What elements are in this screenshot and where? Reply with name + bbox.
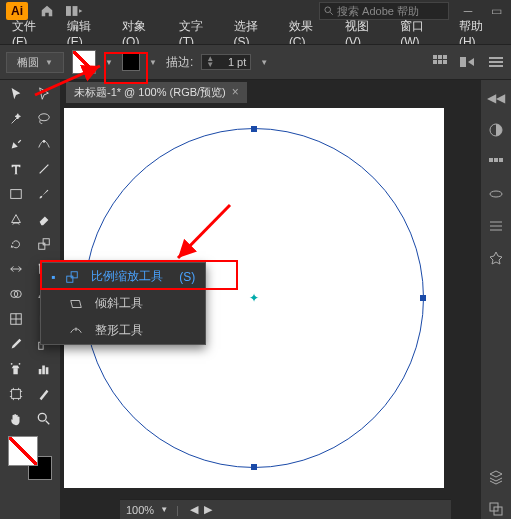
swatches-panel-icon[interactable] bbox=[486, 152, 506, 172]
svg-point-29 bbox=[18, 363, 20, 365]
svg-rect-7 bbox=[438, 60, 442, 64]
svg-rect-6 bbox=[433, 60, 437, 64]
prefs-icon[interactable] bbox=[487, 53, 505, 71]
zoom-tool[interactable] bbox=[30, 407, 57, 431]
paintbrush-tool[interactable] bbox=[30, 182, 57, 206]
svg-rect-15 bbox=[10, 190, 21, 199]
svg-rect-43 bbox=[71, 271, 77, 277]
selection-tool[interactable] bbox=[2, 82, 29, 106]
svg-point-39 bbox=[490, 191, 502, 197]
direct-selection-tool[interactable] bbox=[30, 82, 57, 106]
flyout-scale-tool[interactable]: ▪ 比例缩放工具 (S) bbox=[41, 263, 205, 290]
anchor-top[interactable] bbox=[251, 126, 257, 132]
chevron-down-icon[interactable]: ▼ bbox=[160, 505, 168, 514]
svg-rect-5 bbox=[443, 55, 447, 59]
align-icon[interactable] bbox=[431, 53, 449, 71]
svg-rect-36 bbox=[489, 158, 493, 162]
stroke-swatch[interactable] bbox=[122, 53, 140, 71]
svg-rect-42 bbox=[67, 276, 73, 282]
expand-panels-icon[interactable]: ◀◀ bbox=[486, 88, 506, 108]
width-tool[interactable] bbox=[2, 257, 29, 281]
document-tab[interactable]: 未标题-1* @ 100% (RGB/预览) × bbox=[66, 82, 247, 103]
fill-dropdown[interactable]: ▼ bbox=[104, 52, 114, 72]
svg-rect-33 bbox=[11, 390, 20, 399]
tool-flyout-menu: ▪ 比例缩放工具 (S) 倾斜工具 整形工具 bbox=[40, 262, 206, 345]
magic-wand-tool[interactable] bbox=[2, 107, 29, 131]
scale-tool-icon bbox=[65, 270, 81, 284]
brushes-panel-icon[interactable] bbox=[486, 184, 506, 204]
flyout-scale-shortcut: (S) bbox=[179, 270, 195, 284]
svg-rect-10 bbox=[489, 57, 503, 59]
stroke-weight-dropdown[interactable]: ▼ bbox=[259, 52, 269, 72]
rotate-tool[interactable] bbox=[2, 232, 29, 256]
zoom-level[interactable]: 100% bbox=[126, 504, 154, 516]
hand-tool[interactable] bbox=[2, 407, 29, 431]
svg-rect-4 bbox=[438, 55, 442, 59]
svg-point-13 bbox=[38, 114, 49, 121]
flyout-reshape-label: 整形工具 bbox=[95, 322, 143, 339]
svg-rect-37 bbox=[494, 158, 498, 162]
scale-tool[interactable] bbox=[30, 232, 57, 256]
flyout-shear-label: 倾斜工具 bbox=[95, 295, 143, 312]
slice-tool[interactable] bbox=[30, 382, 57, 406]
reshape-tool-icon bbox=[69, 324, 85, 338]
svg-point-14 bbox=[42, 140, 45, 143]
svg-rect-0 bbox=[66, 6, 71, 16]
stroke-panel-icon[interactable] bbox=[486, 216, 506, 236]
chevron-down-icon: ▼ bbox=[45, 58, 53, 67]
shear-tool-icon bbox=[69, 297, 85, 311]
close-icon[interactable]: × bbox=[232, 85, 239, 99]
document-tab-title: 未标题-1* @ 100% (RGB/预览) bbox=[74, 85, 226, 100]
fill-swatch[interactable] bbox=[72, 50, 96, 74]
fill-stroke-indicator[interactable] bbox=[8, 436, 52, 480]
layers-panel-icon[interactable] bbox=[486, 467, 506, 487]
svg-rect-31 bbox=[42, 366, 45, 375]
svg-point-34 bbox=[38, 413, 46, 421]
right-panel-dock: ◀◀ bbox=[481, 80, 511, 519]
svg-rect-3 bbox=[433, 55, 437, 59]
selection-type-label[interactable]: 椭圆 ▼ bbox=[6, 52, 64, 73]
artboards-panel-icon[interactable] bbox=[486, 499, 506, 519]
svg-rect-27 bbox=[13, 368, 17, 374]
type-tool[interactable] bbox=[2, 157, 29, 181]
line-tool[interactable] bbox=[30, 157, 57, 181]
svg-rect-32 bbox=[45, 367, 48, 374]
svg-point-28 bbox=[10, 363, 12, 365]
eraser-tool[interactable] bbox=[30, 207, 57, 231]
bullet-icon: ▪ bbox=[51, 270, 55, 284]
svg-rect-11 bbox=[489, 61, 503, 63]
svg-rect-30 bbox=[38, 369, 41, 374]
symbols-panel-icon[interactable] bbox=[486, 248, 506, 268]
flyout-shear-tool[interactable]: 倾斜工具 bbox=[41, 290, 205, 317]
svg-rect-17 bbox=[43, 239, 49, 245]
pen-tool[interactable] bbox=[2, 132, 29, 156]
search-icon bbox=[324, 6, 334, 16]
svg-rect-16 bbox=[38, 243, 44, 249]
flyout-scale-label: 比例缩放工具 bbox=[91, 268, 163, 285]
curvature-tool[interactable] bbox=[30, 132, 57, 156]
column-graph-tool[interactable] bbox=[30, 357, 57, 381]
transform-panel-icon[interactable] bbox=[459, 53, 477, 71]
stroke-label: 描边: bbox=[166, 54, 193, 71]
artboard-tool[interactable] bbox=[2, 382, 29, 406]
svg-rect-8 bbox=[443, 60, 447, 64]
svg-rect-9 bbox=[460, 57, 466, 67]
anchor-bottom[interactable] bbox=[251, 464, 257, 470]
stroke-dropdown[interactable]: ▼ bbox=[148, 52, 158, 72]
anchor-right[interactable] bbox=[420, 295, 426, 301]
stroke-weight-input[interactable]: ▲▼ 1 pt bbox=[201, 54, 251, 70]
svg-rect-38 bbox=[499, 158, 503, 162]
nav-next-icon[interactable]: ▶ bbox=[204, 503, 212, 516]
flyout-reshape-tool[interactable]: 整形工具 bbox=[41, 317, 205, 344]
eyedropper-tool[interactable] bbox=[2, 332, 29, 356]
rectangle-tool[interactable] bbox=[2, 182, 29, 206]
fill-color-front bbox=[8, 436, 38, 466]
lasso-tool[interactable] bbox=[30, 107, 57, 131]
shaper-tool[interactable] bbox=[2, 207, 29, 231]
color-panel-icon[interactable] bbox=[486, 120, 506, 140]
nav-prev-icon[interactable]: ◀ bbox=[190, 503, 198, 516]
center-indicator: ✦ bbox=[249, 291, 259, 305]
symbol-sprayer-tool[interactable] bbox=[2, 357, 29, 381]
shape-builder-tool[interactable] bbox=[2, 282, 29, 306]
mesh-tool[interactable] bbox=[2, 307, 29, 331]
